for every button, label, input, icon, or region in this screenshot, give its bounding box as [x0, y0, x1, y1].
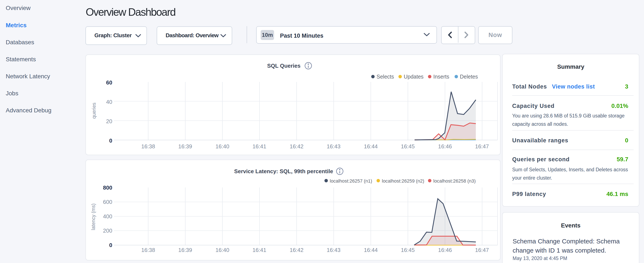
svg-text:Service Latency: SQL, 99th per: Service Latency: SQL, 99th percentile: [234, 168, 333, 174]
svg-text:queries: queries: [91, 103, 97, 119]
svg-text:16:41: 16:41: [252, 143, 266, 150]
svg-text:16:43: 16:43: [326, 143, 340, 150]
svg-text:16:39: 16:39: [178, 143, 192, 150]
svg-text:0: 0: [109, 242, 112, 248]
svg-text:16:42: 16:42: [290, 143, 304, 150]
svg-text:localhost:26257 (n1): localhost:26257 (n1): [330, 178, 372, 184]
svg-text:16:40: 16:40: [216, 247, 229, 253]
svg-text:16:43: 16:43: [326, 247, 340, 253]
svg-text:16:42: 16:42: [290, 247, 304, 253]
svg-text:Selects: Selects: [376, 74, 394, 80]
svg-text:Updates: Updates: [404, 74, 424, 80]
svg-text:16:45: 16:45: [401, 247, 414, 253]
svg-text:600: 600: [103, 199, 112, 205]
svg-text:200: 200: [103, 227, 112, 234]
svg-text:16:38: 16:38: [141, 247, 155, 253]
svg-text:localhost:26258 (n3): localhost:26258 (n3): [433, 178, 476, 184]
svg-text:0: 0: [109, 137, 112, 144]
svg-text:16:47: 16:47: [475, 143, 489, 150]
svg-text:16:41: 16:41: [252, 247, 266, 253]
svg-text:Deletes: Deletes: [460, 74, 478, 80]
svg-text:400: 400: [103, 213, 112, 220]
svg-text:16:45: 16:45: [401, 143, 414, 150]
svg-text:16:46: 16:46: [438, 247, 452, 253]
svg-text:60: 60: [106, 79, 112, 86]
svg-text:SQL Queries: SQL Queries: [267, 63, 300, 69]
svg-text:localhost:26259 (n2): localhost:26259 (n2): [382, 178, 424, 184]
svg-text:16:46: 16:46: [438, 143, 452, 150]
svg-text:16:44: 16:44: [364, 247, 378, 253]
svg-text:latency (ms): latency (ms): [90, 203, 96, 230]
svg-text:800: 800: [103, 184, 112, 191]
svg-text:Inserts: Inserts: [433, 74, 449, 80]
svg-text:20: 20: [106, 118, 112, 124]
svg-text:16:38: 16:38: [141, 143, 155, 150]
svg-text:40: 40: [106, 99, 112, 105]
svg-text:16:40: 16:40: [216, 143, 229, 150]
svg-text:16:47: 16:47: [475, 247, 489, 253]
svg-text:16:44: 16:44: [364, 143, 378, 150]
svg-text:16:39: 16:39: [178, 247, 192, 253]
